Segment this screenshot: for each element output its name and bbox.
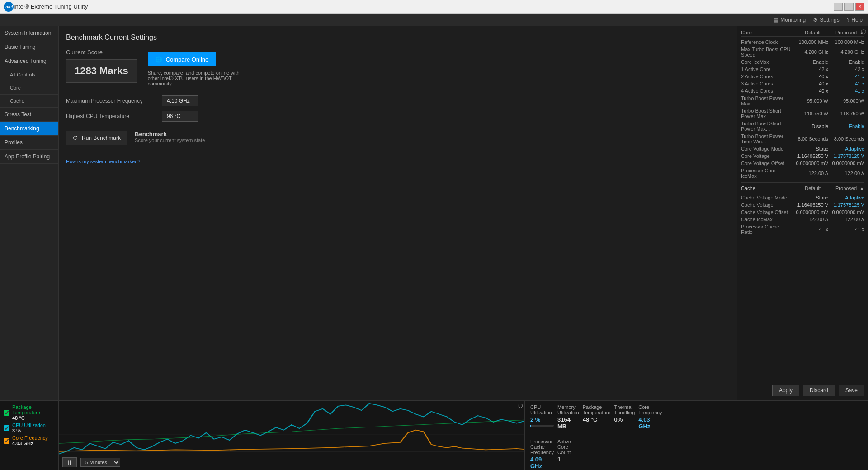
- apply-button[interactable]: Apply: [772, 385, 799, 396]
- stats-panel: CPU Utilization 2 % Memory Utilization 3…: [524, 401, 868, 470]
- settings-tool[interactable]: ⚙ Settings: [813, 17, 839, 23]
- cache-row: Cache Voltage Offset 0.0000000 mV 0.0000…: [741, 209, 864, 216]
- compare-online-button[interactable]: 🌐 Compare Online: [148, 52, 216, 66]
- help-label: Help: [851, 17, 863, 23]
- highest-temp-label: Highest CPU Temperature: [66, 113, 156, 119]
- chart-area: ⏸ 5 Minutes 1 Minute 10 Minutes ⬡: [59, 401, 524, 470]
- sidebar-item-all-controls[interactable]: All Controls: [0, 68, 58, 81]
- benchmark-desc-block: Benchmark Score your current system stat…: [135, 131, 205, 143]
- top-toolbar: ▤ Monitoring ⚙ Settings ? Help: [0, 14, 868, 26]
- stat-item: Package Temperature 48 °C: [583, 404, 611, 435]
- cache-row: Cache IccMax 122.00 A 122.00 A: [741, 216, 864, 223]
- sidebar-item-profiles[interactable]: Profiles: [0, 136, 58, 150]
- stat-item: Memory Utilization 3164 MB: [557, 404, 579, 435]
- maximize-button[interactable]: □: [844, 3, 854, 11]
- core-row: Max Turbo Boost CPU Speed 4.200 GHz 4.20…: [741, 46, 864, 58]
- sidebar-item-stress-test[interactable]: Stress Test: [0, 108, 58, 122]
- panel-divider: [741, 182, 864, 183]
- sidebar-item-advanced-tuning[interactable]: Advanced Tuning: [0, 54, 58, 68]
- monitoring-label: Monitoring: [780, 17, 806, 23]
- intel-logo-icon: intel: [4, 2, 14, 12]
- sidebar-item-app-profile[interactable]: App-Profile Pairing: [0, 150, 58, 164]
- stat-item: CPU Utilization 2 %: [530, 404, 554, 435]
- cache-row: Cache Voltage Mode Static Adaptive: [741, 194, 864, 201]
- sidebar-item-system-information[interactable]: System Information: [0, 26, 58, 40]
- page-title: Benchmark Current Settings: [66, 33, 730, 42]
- help-tool[interactable]: ? Help: [847, 17, 863, 23]
- core-row: Turbo Boost Power Time Win... 8.00 Secon…: [741, 133, 864, 145]
- cache-default-col: Default: [784, 185, 821, 191]
- pause-button[interactable]: ⏸: [62, 457, 77, 467]
- cache-rows: Cache Voltage Mode Static Adaptive Cache…: [741, 194, 864, 236]
- max-freq-label: Maximum Processor Frequency: [66, 98, 156, 104]
- core-row: 4 Active Cores 40 x 41 x: [741, 87, 864, 95]
- run-benchmark-button[interactable]: ⏱ Run Benchmark: [66, 131, 127, 145]
- score-block: Current Score 1283 Marks: [66, 49, 137, 83]
- core-rows: Reference Clock 100.000 MHz 100.000 MHz …: [741, 38, 864, 180]
- monitoring-icon: ▤: [774, 17, 778, 23]
- core-proposed-col: Proposed: [821, 30, 857, 35]
- core-row: 3 Active Cores 40 x 41 x: [741, 80, 864, 87]
- score-section: Current Score 1283 Marks 🌐 Compare Onlin…: [66, 49, 730, 86]
- chart-controls: ⏸ 5 Minutes 1 Minute 10 Minutes: [62, 457, 120, 467]
- panel-footer: Apply Discard Save: [741, 385, 864, 396]
- minimize-button[interactable]: ─: [834, 3, 843, 11]
- stat-item: Thermal Throttling 0%: [614, 404, 635, 435]
- stat-item: Processor Cache Frequency 4.09 GHz: [530, 439, 554, 470]
- highest-temp-value: 96 °C: [162, 111, 198, 122]
- save-button[interactable]: Save: [839, 385, 864, 396]
- legend-item: CPU Utilization 3 %: [4, 423, 55, 433]
- benchmark-icon: ⏱: [73, 135, 78, 141]
- title-bar: intel Intel® Extreme Tuning Utility ─ □ …: [0, 0, 868, 14]
- core-row: Core IccMax Enable Enable: [741, 58, 864, 66]
- benchmark-description: Score your current system state: [135, 138, 205, 143]
- core-section-label: Core: [741, 30, 784, 35]
- right-panel: ⬡ Core Default Proposed ▲ Reference Cloc…: [737, 26, 868, 400]
- core-row: Turbo Boost Short Power Max 118.750 W 11…: [741, 107, 864, 120]
- core-row: Turbo Boost Short Power Max... Disable E…: [741, 120, 864, 133]
- highest-temp-row: Highest CPU Temperature 96 °C: [66, 111, 730, 122]
- core-row: 2 Active Cores 40 x 41 x: [741, 73, 864, 80]
- chart-expand-icon[interactable]: ⬡: [518, 403, 523, 409]
- core-row: Core Voltage Offset 0.0000000 mV 0.00000…: [741, 160, 864, 167]
- compare-description: Share, compare, and compete online with …: [148, 70, 247, 86]
- benchmark-section: ⏱ Run Benchmark Benchmark Score your cur…: [66, 131, 730, 145]
- chart-legend: Package Temperature 48 °C CPU Utilizatio…: [0, 401, 59, 470]
- sidebar-item-benchmarking[interactable]: Benchmarking: [0, 122, 58, 136]
- how-link[interactable]: How is my system benchmarked?: [66, 159, 140, 164]
- content-area: Benchmark Current Settings Current Score…: [59, 26, 737, 400]
- core-row: Core Voltage Mode Static Adaptive: [741, 145, 864, 152]
- close-button[interactable]: ✕: [855, 3, 864, 11]
- stat-item: Active Core Count 1: [557, 439, 579, 470]
- current-score-label: Current Score: [66, 49, 137, 56]
- core-row: Turbo Boost Power Max 95.000 W 95.000 W: [741, 95, 864, 107]
- cache-proposed-col: Proposed: [821, 185, 857, 191]
- cache-collapse-icon[interactable]: ▲: [859, 185, 864, 191]
- sidebar-item-basic-tuning[interactable]: Basic Tuning: [0, 40, 58, 54]
- max-freq-value: 4.10 GHz: [162, 95, 198, 106]
- cache-row: Processor Cache Ratio 41 x 41 x: [741, 223, 864, 236]
- settings-icon: ⚙: [813, 17, 818, 23]
- core-default-col: Default: [784, 30, 821, 35]
- window-controls: ─ □ ✕: [834, 3, 864, 11]
- compare-block: 🌐 Compare Online Share, compare, and com…: [148, 49, 247, 86]
- monitoring-tool[interactable]: ▤ Monitoring: [774, 17, 806, 23]
- stat-item: Core Frequency 4.03 GHz: [638, 404, 662, 435]
- core-row: 1 Active Core 42 x 42 x: [741, 66, 864, 73]
- core-row: Processor Core IccMax 122.00 A 122.00 A: [741, 167, 864, 180]
- expand-icon[interactable]: ⬡: [861, 28, 866, 35]
- discard-button[interactable]: Discard: [803, 385, 835, 396]
- app-title: Intel® Extreme Tuning Utility: [14, 3, 834, 10]
- settings-label: Settings: [820, 17, 839, 23]
- cache-section-label: Cache: [741, 185, 784, 191]
- core-row: Core Voltage 1.16406250 V 1.17578125 V: [741, 152, 864, 160]
- sidebar-item-cache[interactable]: Cache: [0, 95, 58, 108]
- sidebar: System Information Basic Tuning Advanced…: [0, 26, 59, 400]
- bottom-panel: Package Temperature 48 °C CPU Utilizatio…: [0, 400, 868, 470]
- score-value: 1283 Marks: [66, 59, 137, 83]
- benchmark-title: Benchmark: [135, 131, 205, 138]
- time-select[interactable]: 5 Minutes 1 Minute 10 Minutes: [80, 458, 120, 467]
- cache-row: Cache Voltage 1.16406250 V 1.17578125 V: [741, 201, 864, 209]
- stat-items: CPU Utilization 2 % Memory Utilization 3…: [530, 404, 662, 470]
- sidebar-item-core[interactable]: Core: [0, 81, 58, 95]
